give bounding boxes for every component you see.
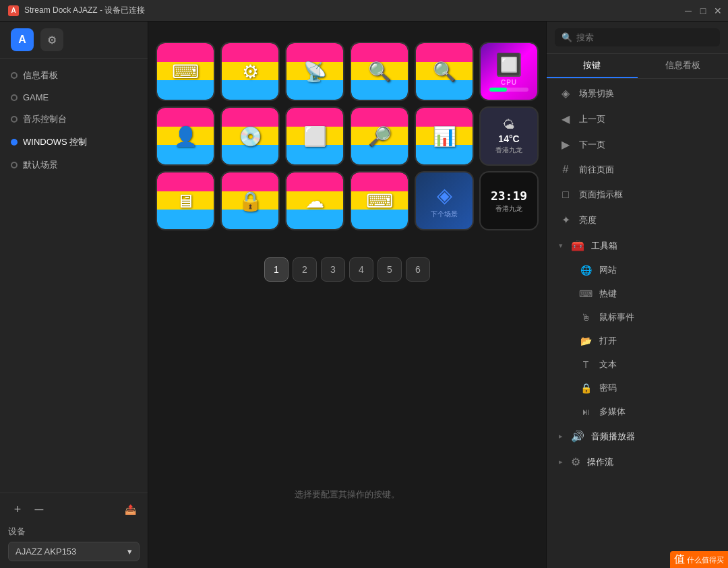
panel-icon: ◀	[559, 113, 572, 125]
export-button[interactable]: 📤	[121, 500, 140, 519]
key-cell-2-1[interactable]: 🔒	[220, 171, 280, 230]
pagination: 123456	[264, 257, 430, 282]
panel-sub-多媒体[interactable]: ⏯ 多媒体	[549, 400, 725, 423]
add-profile-button[interactable]: +	[8, 500, 27, 519]
panel-group-工具箱[interactable]: ▾ 🧰 工具箱	[549, 233, 725, 258]
maximize-button[interactable]: □	[698, 6, 708, 15]
expand-arrow-icon: ▸	[559, 457, 563, 466]
tab-row: 按键信息看板	[547, 54, 728, 79]
key-symbol: ☁	[305, 190, 324, 212]
panel-sub-鼠标事件[interactable]: 🖱 鼠标事件	[549, 306, 725, 329]
key-cell-0-2[interactable]: 📡	[285, 42, 344, 101]
titlebar: A Stream Dock AJAZZ - 设备已连接 ─ □ ✕	[0, 0, 728, 22]
key-cell-1-5[interactable]: 🌤 14°C 香港九龙	[479, 106, 539, 166]
panel-item-场景切换[interactable]: ◈ 场景切换	[549, 81, 725, 106]
key-grid: ⌨⚙📡🔍🔍 🔲 CPU 👤💿⬜🔎📊 🌤 14°C 香港九龙 🖥🔒☁⌨ ◈ 下个场…	[156, 42, 539, 230]
key-cell-2-2[interactable]: ☁	[285, 171, 344, 230]
page-button-4[interactable]: 4	[349, 257, 373, 282]
page-button-5[interactable]: 5	[377, 257, 402, 282]
key-cell-0-3[interactable]: 🔍	[350, 42, 409, 101]
cpu-label: CPU	[501, 79, 517, 86]
sidebar-item-windows[interactable]: WINDOWS 控制	[0, 131, 148, 154]
page-button-6[interactable]: 6	[406, 257, 430, 282]
key-cell-1-4[interactable]: 📊	[415, 106, 474, 166]
sidebar-item-music[interactable]: 音乐控制台	[0, 108, 148, 131]
profile-label: 信息看板	[23, 69, 58, 82]
sidebar-item-default[interactable]: 默认场景	[0, 154, 148, 177]
key-symbol: 👤	[174, 125, 198, 148]
panel-label: 场景切换	[579, 88, 716, 100]
key-symbol: 🔍	[433, 61, 456, 83]
panel-group-操作流[interactable]: ▸ ⚙ 操作流	[549, 449, 725, 474]
panel-sub-文本[interactable]: T 文本	[549, 353, 725, 376]
sidebar-item-infopanel[interactable]: 信息看板	[0, 64, 148, 87]
scene-label: 下个场景	[431, 210, 458, 219]
group-icon: 🔊	[571, 430, 584, 443]
titlebar-title: Stream Dock AJAZZ - 设备已连接	[24, 5, 145, 16]
add-remove-buttons: + ─	[8, 500, 49, 519]
group-icon: ⚙	[571, 455, 580, 468]
panel-item-前往页面[interactable]: # 前往页面	[549, 158, 725, 182]
remove-profile-button[interactable]: ─	[30, 500, 49, 519]
search-bar: 🔍	[547, 22, 728, 54]
group-icon: 🧰	[571, 239, 584, 252]
key-cell-0-5[interactable]: 🔲 CPU	[479, 42, 539, 101]
right-panel: 🔍 按键信息看板 ◈ 场景切换 ◀ 上一页 ▶ 下一页 # 前往页面 □ 页面指…	[546, 22, 728, 568]
key-symbol: 📡	[303, 61, 327, 83]
sub-label: 打开	[599, 335, 617, 347]
key-cell-0-1[interactable]: ⚙	[220, 42, 280, 101]
panel-item-下一页[interactable]: ▶ 下一页	[549, 132, 725, 157]
key-cell-1-1[interactable]: 💿	[220, 106, 280, 166]
panel-item-亮度[interactable]: ✦ 亮度	[549, 208, 725, 232]
panel-item-页面指示框[interactable]: □ 页面指示框	[549, 183, 725, 207]
key-icon: 🔒	[222, 172, 278, 229]
profile-label: WINDOWS 控制	[23, 136, 87, 148]
sub-label: 网站	[599, 264, 617, 276]
tab-信息看板[interactable]: 信息看板	[638, 54, 729, 78]
search-icon: 🔍	[562, 32, 572, 42]
page-button-2[interactable]: 2	[293, 257, 317, 282]
key-icon: 🔍	[351, 43, 408, 100]
panel-group-音频播放器[interactable]: ▸ 🔊 音频播放器	[549, 424, 725, 449]
key-cell-0-0[interactable]: ⌨	[156, 42, 215, 101]
settings-button[interactable]: ⚙	[40, 28, 63, 51]
page-button-3[interactable]: 3	[321, 257, 345, 282]
key-icon: ⬜	[286, 108, 343, 164]
page-button-1[interactable]: 1	[264, 257, 289, 282]
expand-arrow-icon: ▸	[559, 432, 563, 441]
sub-icon: ⌨	[579, 288, 593, 299]
search-input[interactable]	[576, 32, 713, 42]
panel-icon: □	[559, 189, 572, 201]
logo-button[interactable]: A	[11, 28, 34, 51]
panel-item-上一页[interactable]: ◀ 上一页	[549, 106, 725, 131]
profile-label: GAME	[23, 92, 49, 102]
sub-label: 多媒体	[599, 406, 626, 418]
panel-sub-热键[interactable]: ⌨ 热键	[549, 282, 725, 305]
panel-sub-网站[interactable]: 🌐 网站	[549, 259, 725, 282]
weather-icon: 🌤	[503, 118, 515, 132]
key-cell-0-4[interactable]: 🔍	[415, 42, 474, 101]
weather-temp: 14°C	[498, 133, 519, 144]
key-cell-1-0[interactable]: 👤	[156, 106, 215, 166]
minimize-button[interactable]: ─	[684, 6, 693, 15]
key-cell-2-4[interactable]: ◈ 下个场景	[415, 171, 474, 230]
profile-dot	[11, 116, 18, 123]
sidebar-bottom: + ─ 📤 设备 AJAZZ AKP153 ▾	[0, 493, 148, 568]
time-city: 香港九龙	[495, 204, 522, 214]
profile-dot	[11, 94, 18, 101]
close-button[interactable]: ✕	[713, 6, 723, 15]
key-cell-2-5[interactable]: 23:19 香港九龙	[479, 171, 539, 230]
tab-按键[interactable]: 按键	[547, 54, 638, 78]
key-cell-2-0[interactable]: 🖥	[156, 171, 215, 230]
key-cell-2-3[interactable]: ⌨	[350, 171, 409, 230]
key-cell-1-3[interactable]: 🔎	[350, 106, 409, 166]
key-icon: 📊	[416, 108, 473, 164]
device-select[interactable]: AJAZZ AKP153 ▾	[8, 542, 140, 561]
chevron-down-icon: ▾	[127, 546, 132, 557]
key-cell-1-2[interactable]: ⬜	[285, 106, 344, 166]
sidebar: A ⚙ 信息看板GAME音乐控制台WINDOWS 控制默认场景 + ─ 📤 设备…	[0, 22, 148, 568]
key-icon: 🔍	[416, 43, 473, 100]
panel-sub-密码[interactable]: 🔒 密码	[549, 377, 725, 400]
panel-sub-打开[interactable]: 📂 打开	[549, 329, 725, 352]
sidebar-item-game[interactable]: GAME	[0, 87, 148, 108]
